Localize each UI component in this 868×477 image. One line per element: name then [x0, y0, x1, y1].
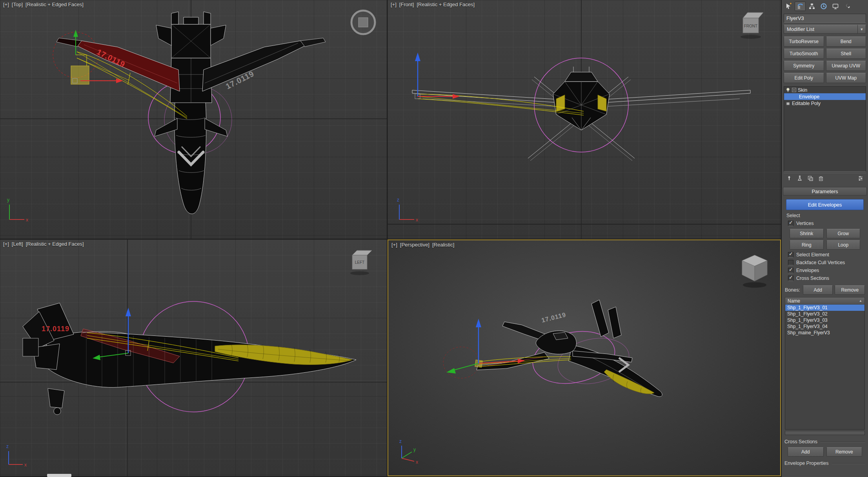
shrink-button[interactable]: Shrink — [790, 229, 824, 238]
viewport-left-canvas[interactable]: 17.0119 x z — [0, 239, 387, 476]
viewport-top[interactable]: [+] [Top] [Realistic + Edged Faces] — [0, 0, 387, 239]
gizmo-z-arrow[interactable] — [476, 319, 481, 327]
make-unique-icon[interactable] — [807, 175, 814, 182]
cross-sections-checkbox[interactable]: ✓ — [788, 276, 793, 281]
rollout-parameters[interactable]: Parameters — [783, 187, 867, 196]
modifier-button-shell[interactable]: Shell — [826, 49, 866, 59]
envelopes-checkbox[interactable]: ✓ — [788, 268, 793, 273]
ring-button[interactable]: Ring — [790, 240, 824, 250]
modifier-button-unwrap-uvw[interactable]: Unwrap UVW — [826, 61, 866, 71]
bone-list-scrollbar[interactable] — [785, 431, 865, 435]
remove-modifier-icon[interactable] — [817, 175, 824, 182]
viewport-perspective-active[interactable]: [+] [Perspective] [Realistic] 17.0119 — [388, 239, 781, 476]
viewcube[interactable]: FRONT — [741, 13, 763, 39]
object-name-field[interactable] — [784, 14, 866, 23]
viewport-horizontal-splitter[interactable] — [0, 239, 781, 239]
rotate-gizmo-circle[interactable] — [443, 347, 479, 378]
stack-item-label: Editable Poly — [792, 101, 821, 106]
flyerv3-model-left[interactable]: 17.0119 — [23, 303, 356, 415]
viewport-front-canvas[interactable]: x z FRONT — [388, 0, 781, 239]
bone-list-item[interactable]: Shp_1_FlyerV3_04 — [785, 323, 864, 330]
gizmo-z-arrow[interactable] — [415, 53, 420, 61]
vertices-checkbox[interactable]: ✓ — [788, 221, 793, 226]
select-element-checkbox-row: ✓ Select Element — [788, 252, 862, 258]
viewport-left[interactable]: [+] [Left] [Realistic + Edged Faces] — [0, 239, 387, 476]
viewcube-face-label[interactable]: LEFT — [355, 260, 364, 265]
viewport-front[interactable]: [+] [Front] [Realistic + Edged Faces] — [388, 0, 781, 239]
backface-cull-checkbox-row: Backface Cull Vertices — [788, 260, 862, 265]
bone-list-item[interactable]: Shp_1_FlyerV3_02 — [785, 311, 864, 317]
viewcube[interactable]: LEFT — [350, 250, 372, 275]
modifier-button-turbosmooth[interactable]: TurboSmooth — [784, 49, 824, 59]
add-cross-section-button[interactable]: Add — [788, 447, 824, 457]
select-element-checkbox[interactable]: ✓ — [788, 252, 793, 258]
stack-item-envelope-selected[interactable]: Envelope — [784, 93, 866, 100]
viewport-vertical-splitter[interactable] — [387, 0, 388, 476]
gizmo-y-arrow[interactable] — [446, 368, 456, 374]
viewport-menu-general[interactable]: [+] — [391, 2, 397, 7]
viewport-menu-shading[interactable]: [Realistic + Edged Faces] — [26, 241, 84, 247]
show-end-result-icon[interactable] — [796, 175, 803, 182]
viewport-menu-shading[interactable]: [Realistic + Edged Faces] — [25, 2, 84, 7]
tab-utilities[interactable] — [842, 2, 853, 11]
flyerv3-model-top[interactable]: 17.0119 17.0119 — [56, 12, 326, 214]
remove-bone-button[interactable]: Remove — [835, 285, 865, 295]
pin-stack-icon[interactable] — [786, 175, 793, 182]
viewcube-face-label[interactable]: FRONT — [744, 24, 757, 28]
viewport-menu-pov[interactable]: [Top] — [12, 2, 23, 7]
name-column-header[interactable]: Name — [788, 298, 800, 304]
backface-cull-checkbox[interactable] — [788, 260, 793, 265]
expand-toggle-icon[interactable]: − — [792, 88, 796, 92]
gizmo-x-arrow[interactable] — [453, 94, 460, 99]
add-bone-button[interactable]: Add — [803, 285, 833, 295]
stack-item-skin[interactable]: − Skin — [784, 87, 866, 93]
modifier-list-dropdown[interactable]: Modifier List ▼ — [784, 25, 866, 34]
bone-list-item[interactable]: Shp_1_FlyerV3_03 — [785, 317, 864, 323]
viewport-menu-pov[interactable]: [Left] — [12, 241, 23, 247]
tab-modify[interactable] — [795, 2, 806, 11]
bone-list-header[interactable]: Name ▲ — [785, 297, 865, 305]
gizmo-z-arrow[interactable] — [126, 308, 131, 316]
grow-button[interactable]: Grow — [826, 229, 861, 238]
flyerv3-model-perspective[interactable]: 17.0119 — [477, 300, 662, 397]
viewport-top-canvas[interactable]: 17.0119 17.0119 — [0, 0, 387, 239]
tab-motion[interactable] — [818, 2, 829, 11]
chevron-down-icon[interactable]: ▼ — [857, 25, 866, 34]
viewport-menu-general[interactable]: [+] — [3, 2, 9, 7]
viewcube[interactable] — [351, 11, 375, 34]
modifier-button-bend[interactable]: Bend — [826, 36, 866, 47]
lightbulb-icon[interactable] — [786, 87, 790, 93]
modifier-list-label: Modifier List — [784, 25, 857, 34]
viewport-perspective-canvas[interactable]: 17.0119 — [388, 240, 780, 475]
viewport-menu-pov[interactable]: [Front] — [399, 2, 414, 7]
viewport-menu-shading[interactable]: [Realistic + Edged Faces] — [417, 2, 475, 7]
modifier-button-symmetry[interactable]: Symmetry — [784, 61, 824, 71]
tab-create[interactable] — [783, 2, 794, 11]
select-group-label: Select — [786, 213, 863, 218]
edit-envelopes-button[interactable]: Edit Envelopes — [786, 199, 864, 210]
viewcube[interactable] — [742, 255, 767, 288]
envelope-cross-section-handle[interactable] — [71, 66, 89, 84]
viewport-menu-shading[interactable]: [Realistic] — [432, 242, 454, 248]
bones-label: Bones: — [785, 287, 800, 293]
tab-display[interactable] — [830, 2, 841, 11]
modifier-button-edit-poly[interactable]: Edit Poly — [784, 73, 824, 83]
tab-hierarchy[interactable] — [806, 2, 817, 11]
viewport-menu-pov[interactable]: [Perspective] — [400, 242, 429, 248]
modifier-button-uvw-map[interactable]: UVW Map — [826, 73, 866, 83]
cross-sections-section-label: Cross Sections — [784, 439, 865, 444]
bone-list-item[interactable]: Shp_maine_FlyerV3 — [785, 330, 864, 336]
sort-ascending-icon[interactable]: ▲ — [859, 299, 862, 303]
command-panel: Modifier List ▼ TurboReverse Bend TurboS… — [782, 0, 868, 477]
modifier-button-turboreverse[interactable]: TurboReverse — [784, 36, 824, 47]
loop-button[interactable]: Loop — [826, 240, 861, 250]
viewport-menu-general[interactable]: [+] — [3, 241, 9, 247]
viewport-menu-general[interactable]: [+] — [391, 242, 397, 248]
remove-cross-section-button[interactable]: Remove — [826, 447, 863, 457]
configure-modifier-sets-icon[interactable] — [857, 175, 864, 182]
time-slider-fragment[interactable] — [47, 474, 71, 477]
bone-list-item[interactable]: Shp_1_FlyerV3_01 — [785, 305, 864, 311]
gizmo-y-arrow[interactable] — [73, 30, 78, 37]
cross-sections-label: Cross Sections — [796, 276, 829, 281]
stack-item-editable-poly[interactable]: Editable Poly — [784, 100, 866, 107]
